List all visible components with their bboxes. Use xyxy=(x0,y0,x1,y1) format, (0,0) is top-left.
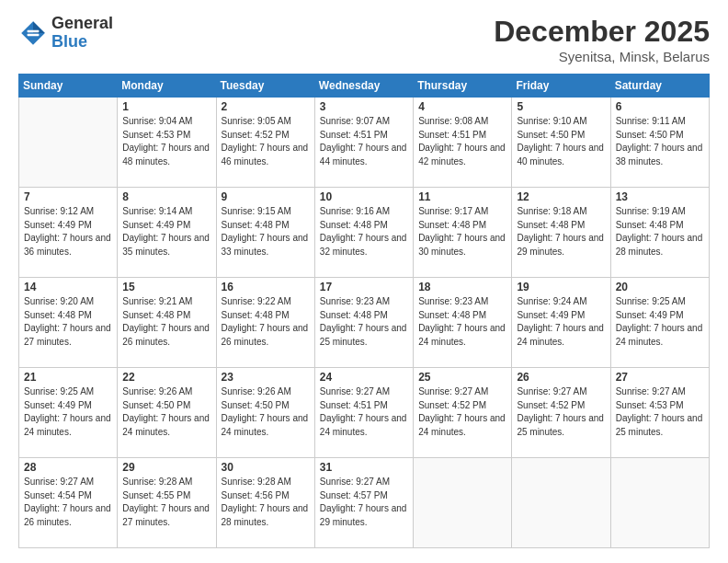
day-number: 1 xyxy=(122,100,210,113)
week-row-4: 28Sunrise: 9:27 AM Sunset: 4:54 PM Dayli… xyxy=(19,458,710,548)
day-number: 9 xyxy=(222,190,310,203)
logo-general-text: General xyxy=(51,15,113,33)
day-number: 5 xyxy=(517,100,605,113)
calendar-cell: 9Sunrise: 9:15 AM Sunset: 4:48 PM Daylig… xyxy=(216,188,314,278)
calendar-cell: 23Sunrise: 9:26 AM Sunset: 4:50 PM Dayli… xyxy=(216,368,314,458)
day-info: Sunrise: 9:23 AM Sunset: 4:48 PM Dayligh… xyxy=(320,295,408,349)
day-info: Sunrise: 9:27 AM Sunset: 4:53 PM Dayligh… xyxy=(616,385,704,439)
day-number: 16 xyxy=(222,281,310,293)
day-number: 11 xyxy=(418,190,506,203)
calendar-cell: 6Sunrise: 9:11 AM Sunset: 4:50 PM Daylig… xyxy=(610,98,709,188)
calendar-cell: 26Sunrise: 9:27 AM Sunset: 4:52 PM Dayli… xyxy=(512,368,610,458)
page: General Blue December 2025 Syenitsa, Min… xyxy=(0,0,728,563)
weekday-header-tuesday: Tuesday xyxy=(216,75,314,98)
day-info: Sunrise: 9:23 AM Sunset: 4:48 PM Dayligh… xyxy=(418,295,506,349)
month-title: December 2025 xyxy=(494,15,710,49)
day-number: 13 xyxy=(616,190,704,203)
calendar-cell: 22Sunrise: 9:26 AM Sunset: 4:50 PM Dayli… xyxy=(118,368,216,458)
day-info: Sunrise: 9:27 AM Sunset: 4:52 PM Dayligh… xyxy=(418,385,506,439)
day-number: 19 xyxy=(517,281,605,293)
day-info: Sunrise: 9:24 AM Sunset: 4:49 PM Dayligh… xyxy=(517,295,605,349)
day-info: Sunrise: 9:05 AM Sunset: 4:52 PM Dayligh… xyxy=(222,115,310,168)
calendar-cell: 14Sunrise: 9:20 AM Sunset: 4:48 PM Dayli… xyxy=(19,278,118,368)
day-number: 21 xyxy=(24,371,112,384)
week-row-0: 1Sunrise: 9:04 AM Sunset: 4:53 PM Daylig… xyxy=(19,98,710,188)
week-row-3: 21Sunrise: 9:25 AM Sunset: 4:49 PM Dayli… xyxy=(19,368,710,458)
calendar-cell xyxy=(414,458,512,548)
day-number: 18 xyxy=(418,281,506,293)
calendar-cell: 11Sunrise: 9:17 AM Sunset: 4:48 PM Dayli… xyxy=(414,188,512,278)
day-info: Sunrise: 9:27 AM Sunset: 4:51 PM Dayligh… xyxy=(320,385,408,439)
weekday-header-saturday: Saturday xyxy=(610,75,709,98)
day-number: 4 xyxy=(418,100,506,113)
day-number: 22 xyxy=(122,371,210,384)
svg-rect-2 xyxy=(28,30,40,32)
calendar-cell: 28Sunrise: 9:27 AM Sunset: 4:54 PM Dayli… xyxy=(19,458,118,548)
calendar-cell: 10Sunrise: 9:16 AM Sunset: 4:48 PM Dayli… xyxy=(314,188,413,278)
day-info: Sunrise: 9:27 AM Sunset: 4:54 PM Dayligh… xyxy=(24,476,112,529)
day-info: Sunrise: 9:15 AM Sunset: 4:48 PM Dayligh… xyxy=(222,205,310,259)
calendar-cell xyxy=(512,458,610,548)
title-block: December 2025 Syenitsa, Minsk, Belarus xyxy=(494,15,710,64)
location-subtitle: Syenitsa, Minsk, Belarus xyxy=(494,49,710,64)
day-info: Sunrise: 9:28 AM Sunset: 4:55 PM Dayligh… xyxy=(122,476,210,529)
calendar-cell: 24Sunrise: 9:27 AM Sunset: 4:51 PM Dayli… xyxy=(314,368,413,458)
day-info: Sunrise: 9:20 AM Sunset: 4:48 PM Dayligh… xyxy=(24,295,112,349)
logo-blue-text: Blue xyxy=(51,33,113,52)
day-number: 28 xyxy=(24,461,112,474)
day-number: 14 xyxy=(24,281,112,293)
calendar-cell: 19Sunrise: 9:24 AM Sunset: 4:49 PM Dayli… xyxy=(512,278,610,368)
day-number: 27 xyxy=(616,371,704,384)
day-number: 25 xyxy=(418,371,506,384)
week-row-1: 7Sunrise: 9:12 AM Sunset: 4:49 PM Daylig… xyxy=(19,188,710,278)
day-info: Sunrise: 9:16 AM Sunset: 4:48 PM Dayligh… xyxy=(320,205,408,259)
day-number: 12 xyxy=(517,190,605,203)
day-info: Sunrise: 9:04 AM Sunset: 4:53 PM Dayligh… xyxy=(122,115,210,168)
calendar-cell xyxy=(19,98,118,188)
calendar-table: SundayMondayTuesdayWednesdayThursdayFrid… xyxy=(18,74,710,548)
calendar-cell: 25Sunrise: 9:27 AM Sunset: 4:52 PM Dayli… xyxy=(414,368,512,458)
day-number: 30 xyxy=(222,461,310,474)
day-info: Sunrise: 9:08 AM Sunset: 4:51 PM Dayligh… xyxy=(418,115,506,168)
day-info: Sunrise: 9:26 AM Sunset: 4:50 PM Dayligh… xyxy=(222,385,310,439)
calendar-cell: 15Sunrise: 9:21 AM Sunset: 4:48 PM Dayli… xyxy=(118,278,216,368)
weekday-header-row: SundayMondayTuesdayWednesdayThursdayFrid… xyxy=(19,75,710,98)
weekday-header-thursday: Thursday xyxy=(414,75,512,98)
calendar-cell: 16Sunrise: 9:22 AM Sunset: 4:48 PM Dayli… xyxy=(216,278,314,368)
day-info: Sunrise: 9:22 AM Sunset: 4:48 PM Dayligh… xyxy=(222,295,310,349)
svg-rect-3 xyxy=(28,34,40,36)
day-number: 7 xyxy=(24,190,112,203)
day-info: Sunrise: 9:27 AM Sunset: 4:57 PM Dayligh… xyxy=(320,476,408,529)
calendar-cell: 1Sunrise: 9:04 AM Sunset: 4:53 PM Daylig… xyxy=(118,98,216,188)
calendar-cell: 21Sunrise: 9:25 AM Sunset: 4:49 PM Dayli… xyxy=(19,368,118,458)
weekday-header-wednesday: Wednesday xyxy=(314,75,413,98)
day-number: 23 xyxy=(222,371,310,384)
header: General Blue December 2025 Syenitsa, Min… xyxy=(18,15,710,64)
logo: General Blue xyxy=(18,15,113,52)
day-info: Sunrise: 9:11 AM Sunset: 4:50 PM Dayligh… xyxy=(616,115,704,168)
calendar-cell: 7Sunrise: 9:12 AM Sunset: 4:49 PM Daylig… xyxy=(19,188,118,278)
day-number: 10 xyxy=(320,190,408,203)
day-number: 3 xyxy=(320,100,408,113)
calendar-cell: 8Sunrise: 9:14 AM Sunset: 4:49 PM Daylig… xyxy=(118,188,216,278)
day-info: Sunrise: 9:28 AM Sunset: 4:56 PM Dayligh… xyxy=(222,476,310,529)
logo-icon xyxy=(18,18,48,48)
day-number: 17 xyxy=(320,281,408,293)
day-info: Sunrise: 9:18 AM Sunset: 4:48 PM Dayligh… xyxy=(517,205,605,259)
weekday-header-monday: Monday xyxy=(118,75,216,98)
calendar-cell: 17Sunrise: 9:23 AM Sunset: 4:48 PM Dayli… xyxy=(314,278,413,368)
calendar-cell xyxy=(610,458,709,548)
day-info: Sunrise: 9:21 AM Sunset: 4:48 PM Dayligh… xyxy=(122,295,210,349)
day-number: 6 xyxy=(616,100,704,113)
calendar-cell: 27Sunrise: 9:27 AM Sunset: 4:53 PM Dayli… xyxy=(610,368,709,458)
day-number: 29 xyxy=(122,461,210,474)
calendar-cell: 31Sunrise: 9:27 AM Sunset: 4:57 PM Dayli… xyxy=(314,458,413,548)
day-info: Sunrise: 9:17 AM Sunset: 4:48 PM Dayligh… xyxy=(418,205,506,259)
calendar-cell: 2Sunrise: 9:05 AM Sunset: 4:52 PM Daylig… xyxy=(216,98,314,188)
weekday-header-friday: Friday xyxy=(512,75,610,98)
day-info: Sunrise: 9:26 AM Sunset: 4:50 PM Dayligh… xyxy=(122,385,210,439)
calendar-cell: 12Sunrise: 9:18 AM Sunset: 4:48 PM Dayli… xyxy=(512,188,610,278)
day-info: Sunrise: 9:27 AM Sunset: 4:52 PM Dayligh… xyxy=(517,385,605,439)
calendar-cell: 4Sunrise: 9:08 AM Sunset: 4:51 PM Daylig… xyxy=(414,98,512,188)
day-number: 2 xyxy=(222,100,310,113)
